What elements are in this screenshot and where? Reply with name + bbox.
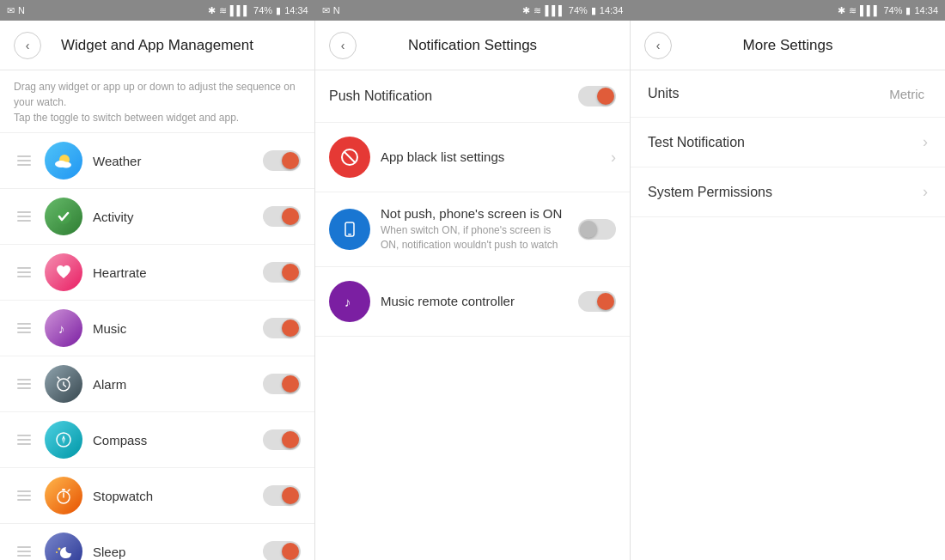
left-panel-title: Widget and App Management [52,37,263,54]
music-remote-icon: ♪ [329,281,370,322]
drag-handle-music[interactable] [14,320,34,337]
alarm-toggle[interactable] [263,374,301,394]
time-2: 14:34 [600,5,624,15]
widget-item-stopwatch: Stopwatch [0,468,314,524]
svg-point-10 [56,551,58,553]
right-back-button[interactable]: ‹ [644,32,672,59]
drag-handle-weather[interactable] [14,152,34,169]
heartrate-label: Heartrate [93,265,253,280]
screen-on-row: Not push, phone's screen is ON When swit… [315,192,630,267]
wifi-icon-3: ≋ [849,5,857,16]
blacklist-title: App black list settings [381,149,504,164]
svg-rect-8 [62,489,65,490]
push-notification-toggle[interactable] [578,86,616,107]
units-value: Metric [889,87,924,101]
widget-item-compass: Compass [0,412,314,468]
music-toggle[interactable] [263,318,301,338]
compass-toggle[interactable] [263,429,301,450]
battery-icon-2: ▮ [591,5,596,16]
test-notification-row[interactable]: Test Notification › [631,118,945,167]
time-3: 14:34 [914,5,938,15]
left-panel-subtitle: Drag any widget or app up or down to adj… [0,70,314,133]
alarm-label: Alarm [93,377,253,392]
test-notification-label: Test Notification [648,135,923,150]
system-permissions-label: System Permissions [648,185,923,200]
compass-icon [45,421,82,459]
blacklist-text: App black list settings [381,149,601,165]
right-panel-content: Units Metric Test Notification › System … [631,70,945,560]
weather-toggle[interactable] [263,150,301,171]
blacklist-chevron-icon: › [611,149,616,167]
status-bar-section-1: ✉ N ✱ ≋ ▌▌▌ 74% ▮ 14:34 [0,5,315,16]
left-back-arrow-icon: ‹ [26,40,30,52]
units-row[interactable]: Units Metric [631,70,945,118]
widget-item-activity: Activity [0,189,314,245]
left-panel: ‹ Widget and App Management Drag any wid… [0,21,315,560]
push-notification-label: Push Notification [329,88,578,104]
right-panel-header: ‹ More Settings [631,21,945,70]
widget-item-music: ♪ Music [0,301,314,356]
middle-panel-title: Notification Settings [367,37,578,54]
left-panel-header: ‹ Widget and App Management [0,21,314,70]
activity-label: Activity [93,210,253,224]
music-remote-text: Music remote controller [381,294,568,309]
drag-handle-alarm[interactable] [14,375,34,393]
left-back-button[interactable]: ‹ [14,32,41,59]
svg-point-2 [61,162,71,168]
middle-back-button[interactable]: ‹ [329,32,357,59]
svg-point-9 [58,548,61,551]
svg-text:♪: ♪ [344,295,351,309]
activity-icon [45,198,82,235]
sleep-icon [45,533,82,560]
weather-label: Weather [93,154,253,168]
drag-handle-heartrate[interactable] [14,264,34,281]
signal-1: ▌▌▌ [230,5,250,15]
ninebot-icon-2: N [333,5,340,15]
screen-on-title: Not push, phone's screen is ON [381,206,568,221]
music-label: Music [93,321,253,336]
alarm-icon [45,365,82,403]
app-blacklist-row[interactable]: App black list settings › [315,123,630,192]
stopwatch-label: Stopwatch [93,489,253,503]
svg-text:♪: ♪ [58,321,65,336]
right-back-arrow-icon: ‹ [656,40,661,52]
heartrate-toggle[interactable] [263,262,301,283]
bt-icon-2: ✱ [522,5,530,16]
screen-on-icon [329,209,370,250]
drag-handle-activity[interactable] [14,208,34,225]
drag-handle-sleep[interactable] [14,543,34,560]
battery-pct-1: 74% [253,5,272,15]
wifi-icon-1: ≋ [219,5,227,16]
svg-line-12 [344,152,355,162]
middle-panel-header: ‹ Notification Settings [315,21,630,70]
drag-handle-compass[interactable] [14,431,34,448]
middle-panel-content: Push Notification App black list setting… [315,70,630,560]
sleep-label: Sleep [93,545,253,559]
wifi-icon-2: ≋ [533,5,541,16]
sleep-toggle[interactable] [263,541,301,560]
units-label: Units [648,86,889,101]
signal-3: ▌▌▌ [860,5,880,15]
music-icon: ♪ [45,309,82,347]
weather-icon [45,142,82,180]
right-panel-title: More Settings [682,37,893,54]
screen-on-text: Not push, phone's screen is ON When swit… [381,206,568,253]
middle-back-arrow-icon: ‹ [341,40,345,52]
ninebot-icon-1: N [18,5,25,15]
screen-on-subtitle: When switch ON, if phone's screen is ON,… [381,223,568,253]
widget-item-alarm: Alarm [0,356,314,412]
battery-pct-2: 74% [569,5,588,15]
time-1: 14:34 [284,5,308,15]
left-panel-content: Drag any widget or app up or down to adj… [0,70,314,560]
music-remote-toggle[interactable] [578,291,616,312]
middle-panel: ‹ Notification Settings Push Notificatio… [315,21,631,560]
system-permissions-row[interactable]: System Permissions › [631,167,945,217]
screen-on-toggle[interactable] [578,219,616,240]
push-notification-row: Push Notification [315,70,630,123]
test-notification-chevron-icon: › [923,133,928,151]
activity-toggle[interactable] [263,206,301,227]
drag-handle-stopwatch[interactable] [14,487,34,504]
stopwatch-toggle[interactable] [263,485,301,506]
main-content: ‹ Widget and App Management Drag any wid… [0,21,945,560]
battery-pct-3: 74% [883,5,902,15]
